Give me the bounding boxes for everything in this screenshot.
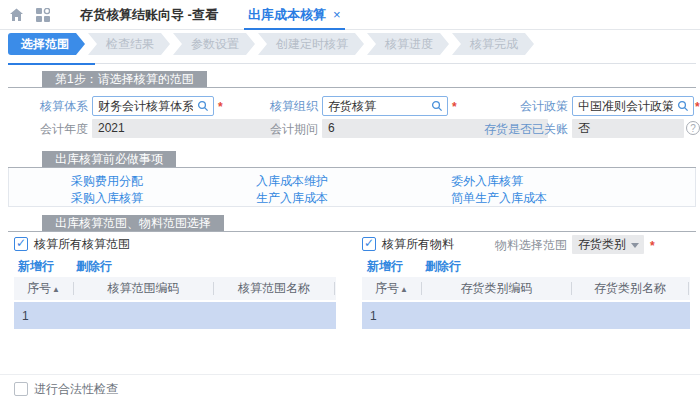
- required-asterisk: *: [695, 96, 700, 116]
- left-add-row-button[interactable]: 新增行: [18, 258, 54, 275]
- accounting-org-label: 核算组织: [240, 96, 318, 116]
- close-icon[interactable]: ×: [333, 7, 341, 22]
- step-progress[interactable]: 核算进度: [367, 33, 449, 55]
- tab-closing-wizard[interactable]: 存货核算结账向导 -查看: [80, 0, 218, 30]
- step-complete[interactable]: 核算完成: [452, 33, 534, 55]
- tab-label: 出库成本核算: [248, 6, 326, 24]
- accounting-system-label: 核算体系: [8, 96, 88, 116]
- column-seq[interactable]: 序号▲: [14, 282, 74, 295]
- cell-seq: 1: [362, 309, 422, 323]
- all-accounting-range-checkbox[interactable]: [14, 237, 28, 251]
- wizard-steps: 选择范围 检查结果 参数设置 创建定时核算 核算进度 核算完成: [8, 33, 537, 55]
- sort-asc-icon: ▲: [52, 285, 60, 294]
- link-subcontract-inbound-accounting[interactable]: 委外入库核算: [451, 173, 523, 190]
- right-delete-row-button[interactable]: 删除行: [425, 258, 461, 275]
- cell-seq: 1: [14, 309, 74, 323]
- right-add-row-button[interactable]: 新增行: [367, 258, 403, 275]
- required-asterisk: *: [452, 96, 457, 116]
- top-tab-bar: 存货核算结账向导 -查看 出库成本核算 ×: [0, 0, 700, 30]
- apps-grid-icon[interactable]: [36, 8, 50, 22]
- column-category-code[interactable]: 存货类别编码: [422, 282, 572, 295]
- table-row[interactable]: 1: [362, 302, 690, 329]
- accounting-system-value: 财务会计核算体系: [98, 98, 193, 115]
- step-create-scheduled[interactable]: 创建定时核算: [258, 33, 364, 55]
- left-delete-row-button[interactable]: 删除行: [76, 258, 112, 275]
- all-materials-label: 核算所有物料: [382, 236, 454, 252]
- help-icon[interactable]: ?: [686, 121, 700, 135]
- accounting-policy-label: 会计政策: [488, 96, 568, 116]
- inventory-closed-label: 存货是否已关账: [478, 119, 568, 139]
- link-production-inbound-cost[interactable]: 生产入库成本: [256, 190, 328, 207]
- accounting-org-input[interactable]: 存货核算: [322, 96, 448, 116]
- fiscal-year-label: 会计年度: [8, 119, 88, 139]
- column-seq[interactable]: 序号▲: [362, 282, 422, 295]
- panel-divider: [0, 374, 700, 375]
- link-simple-production-inbound-cost[interactable]: 简单生产入库成本: [451, 190, 547, 207]
- required-asterisk: *: [218, 96, 223, 116]
- legality-check-checkbox[interactable]: [14, 382, 28, 396]
- all-accounting-range-label: 核算所有核算范围: [34, 236, 130, 252]
- section-divider: [8, 87, 696, 88]
- tab-label: 存货核算结账向导 -查看: [80, 6, 218, 24]
- material-category-table: 序号▲ 存货类别编码 存货类别名称 1: [362, 277, 690, 329]
- table-row[interactable]: 1: [14, 302, 336, 329]
- all-materials-checkbox[interactable]: [362, 237, 376, 251]
- step-select-range[interactable]: 选择范围: [8, 33, 85, 55]
- material-range-value: 存货类别: [578, 236, 626, 253]
- tab-outbound-cost-accounting[interactable]: 出库成本核算 ×: [248, 0, 341, 30]
- column-range-name[interactable]: 核算范围名称: [214, 282, 335, 295]
- accounting-system-input[interactable]: 财务会计核算体系: [92, 96, 214, 116]
- accounting-org-value: 存货核算: [328, 98, 427, 115]
- section-title-todo: 出库核算前必做事项: [42, 151, 176, 168]
- link-purchase-expense-allocation[interactable]: 采购费用分配: [71, 173, 143, 190]
- todo-links-panel: 采购费用分配 入库成本维护 委外入库核算 采购入库核算 生产入库成本 简单生产入…: [8, 168, 696, 207]
- steps-divider: [8, 63, 696, 64]
- column-range-code[interactable]: 核算范围编码: [74, 282, 214, 295]
- chevron-down-icon: [631, 243, 639, 248]
- accounting-policy-input[interactable]: 中国准则会计政策: [572, 96, 694, 116]
- column-category-name[interactable]: 存货类别名称: [572, 282, 689, 295]
- link-inbound-cost-maintenance[interactable]: 入库成本维护: [256, 173, 328, 190]
- steps-active-underline: [8, 63, 95, 65]
- fiscal-period-label: 会计期间: [240, 119, 318, 139]
- link-purchase-inbound-accounting[interactable]: 采购入库核算: [71, 190, 143, 207]
- material-range-select[interactable]: 存货类别: [572, 235, 644, 254]
- sort-asc-icon: ▲: [400, 285, 408, 294]
- search-icon[interactable]: [677, 100, 689, 115]
- accounting-range-table: 序号▲ 核算范围编码 核算范围名称 1: [14, 277, 336, 329]
- material-range-label: 物料选择范围: [480, 235, 567, 255]
- home-icon[interactable]: [9, 8, 24, 22]
- required-asterisk: *: [650, 235, 655, 255]
- section-title-step1: 第1步：请选择核算的范围: [42, 71, 207, 88]
- table-header: 序号▲ 核算范围编码 核算范围名称: [14, 277, 336, 300]
- section-title-range: 出库核算范围、物料范围选择: [42, 215, 224, 232]
- legality-check-label: 进行合法性检查: [34, 381, 118, 397]
- step-check-result[interactable]: 检查结果: [88, 33, 170, 55]
- section-divider: [8, 231, 696, 232]
- outbound-cost-accounting-page: 存货核算结账向导 -查看 出库成本核算 × 选择范围 检查结果 参数设置 创建定…: [0, 0, 700, 402]
- accounting-policy-value: 中国准则会计政策: [578, 98, 673, 115]
- search-icon[interactable]: [197, 100, 209, 115]
- step-parameter-settings[interactable]: 参数设置: [173, 33, 255, 55]
- table-header: 序号▲ 存货类别编码 存货类别名称: [362, 277, 690, 300]
- search-icon[interactable]: [431, 100, 443, 115]
- inventory-closed-value: 否: [572, 119, 684, 138]
